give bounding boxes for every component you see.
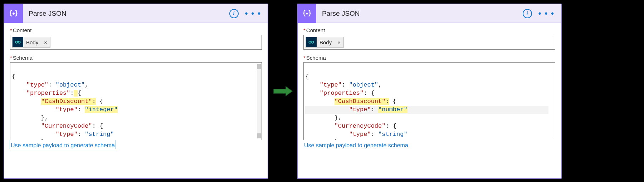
code-key: "properties" xyxy=(320,90,364,97)
generate-schema-link[interactable]: Use sample payload to generate schema xyxy=(10,140,116,149)
code-value-highlighted: "n xyxy=(378,106,385,113)
code-brace: }, xyxy=(41,139,48,140)
code-key: "type" xyxy=(55,131,77,138)
code-value: "object" xyxy=(349,82,378,88)
code-value: "string" xyxy=(85,131,114,138)
code-brace: }, xyxy=(335,139,342,140)
code-key: "CurrencyCode" xyxy=(41,123,92,129)
code-key: "CurrencyCode" xyxy=(335,123,386,129)
schema-editor[interactable]: { "type": "object", "properties": { "Cas… xyxy=(10,62,262,140)
content-input[interactable]: Body × xyxy=(10,35,262,50)
parse-json-icon xyxy=(298,4,316,23)
token-label: Body xyxy=(317,37,335,47)
svg-point-2 xyxy=(309,41,311,43)
code-brace: }, xyxy=(41,114,48,121)
code-key-highlighted: "CashDiscount" xyxy=(41,98,92,105)
more-menu-icon[interactable]: • • • xyxy=(245,12,261,15)
code-key: "type" xyxy=(55,106,77,113)
info-icon[interactable]: i xyxy=(523,9,532,18)
token-label: Body xyxy=(23,37,41,47)
code-key-highlighted: "CashDiscount" xyxy=(335,98,386,105)
scrollbar-track xyxy=(257,64,261,138)
svg-point-3 xyxy=(312,41,314,43)
token-remove-icon[interactable]: × xyxy=(335,37,343,47)
code-value-highlighted: "integer" xyxy=(85,106,118,113)
content-input[interactable]: Body × xyxy=(303,35,555,50)
parse-json-panel-left: ▾ Parse JSON i • • • *Content Body × *Sc… xyxy=(4,4,268,179)
svg-point-0 xyxy=(15,41,18,43)
connector-icon xyxy=(306,37,317,47)
action-header[interactable]: Parse JSON i • • • xyxy=(298,4,561,23)
code-key: "properties" xyxy=(26,90,70,97)
code-key: "type" xyxy=(26,82,48,88)
schema-label: *Schema xyxy=(303,55,555,61)
scrollbar-thumb[interactable] xyxy=(257,64,261,69)
schema-editor[interactable]: { "type": "object", "properties": { "Cas… xyxy=(303,62,555,140)
action-body: *Content Body × *Schema { "type": "objec… xyxy=(4,23,268,152)
token-remove-icon[interactable]: × xyxy=(41,37,50,47)
code-brace: { xyxy=(12,73,15,80)
content-label: *Content xyxy=(303,27,555,33)
code-key: "type" xyxy=(349,131,371,138)
action-title: Parse JSON xyxy=(322,10,523,18)
action-title: Parse JSON xyxy=(29,10,229,18)
svg-point-1 xyxy=(18,41,20,43)
code-key: "type" xyxy=(320,82,342,88)
code-brace: { xyxy=(305,73,309,80)
connector-icon xyxy=(13,37,23,47)
code-key: "type" xyxy=(349,106,371,113)
more-menu-icon[interactable]: • • • xyxy=(538,12,555,15)
dynamic-token-body[interactable]: Body × xyxy=(306,37,344,48)
dynamic-token-body[interactable]: Body × xyxy=(12,37,50,48)
parse-json-icon xyxy=(4,4,23,23)
code-value: "string" xyxy=(378,131,408,138)
schema-label: *Schema xyxy=(10,55,262,61)
generate-schema-link[interactable]: Use sample payload to generate schema xyxy=(303,140,409,149)
content-label: *Content xyxy=(10,27,262,33)
action-body: *Content Body × *Schema { "type": "objec… xyxy=(298,23,561,152)
code-value: "object" xyxy=(55,82,85,88)
transition-arrow-icon xyxy=(273,86,293,97)
scrollbar-thumb[interactable] xyxy=(257,133,261,138)
parse-json-panel-right: ▾ Parse JSON i • • • *Content Body × *Sc… xyxy=(297,4,562,179)
action-header[interactable]: Parse JSON i • • • xyxy=(4,4,268,23)
code-brace: }, xyxy=(335,114,342,121)
info-icon[interactable]: i xyxy=(229,9,239,18)
